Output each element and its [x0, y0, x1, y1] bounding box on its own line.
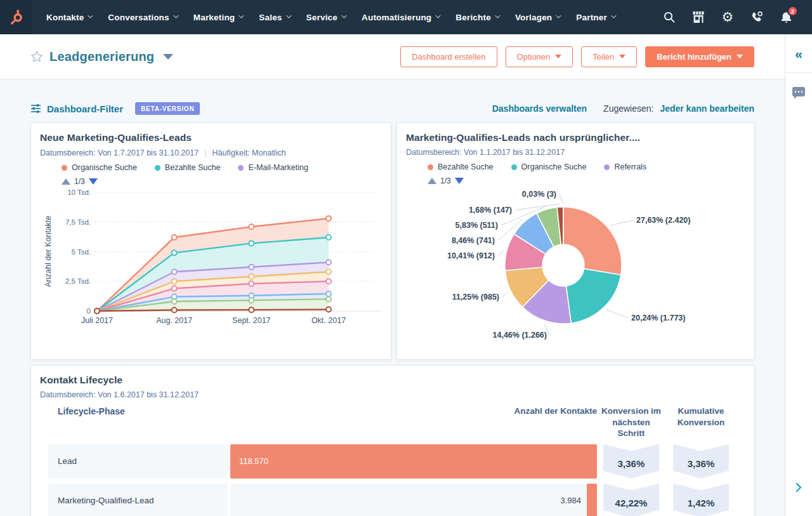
daterange-label: Datumsbereich: Von 1.1.2017 bis 31.12.20…: [406, 148, 565, 157]
cumulative-conversion-badge: 1,42%: [673, 484, 729, 516]
nav-item-automatisierung[interactable]: Automatisierung: [353, 0, 447, 34]
legend-label: E-Mail-Marketing: [248, 163, 308, 172]
subtitle-divider: |: [204, 148, 206, 157]
nav-item-label: Partner: [576, 13, 607, 22]
assigned-permission-link[interactable]: Jeder kann bearbeiten: [660, 103, 754, 114]
svg-text:27,63% (2.420): 27,63% (2.420): [636, 216, 690, 225]
svg-text:0,03% (3): 0,03% (3): [522, 190, 556, 199]
contacts-bar-zone: 3.984: [230, 484, 597, 516]
toolbar-links: Dashboards verwalten Zugewiesen: Jeder k…: [492, 103, 754, 114]
nav-utilities: ⚙ 2: [662, 10, 812, 24]
dashboard-switcher-caret-icon[interactable]: [163, 54, 173, 60]
daterange-label: Datumsbereich: Von 1.6.2017 bis 31.12.20…: [40, 390, 199, 399]
svg-text:Juli 2017: Juli 2017: [81, 316, 113, 325]
dashboard-toolbar: Dashboard-Filter BETA-VERSION Dashboards…: [30, 102, 754, 115]
pager-down-icon[interactable]: [89, 178, 98, 185]
settings-gear-icon[interactable]: ⚙: [721, 10, 735, 24]
dashboard-body: Dashboard-Filter BETA-VERSION Dashboards…: [0, 79, 785, 516]
contacts-count: 3.984: [560, 496, 581, 505]
report-subtitle: Datumsbereich: Von 1.1.2017 bis 31.12.20…: [406, 148, 745, 157]
legend-item-bezahlte-suche[interactable]: Bezahlte Suche: [428, 162, 494, 171]
assigned-label: Zugewiesen:: [603, 103, 653, 114]
nav-item-partner[interactable]: Partner: [568, 0, 623, 34]
svg-text:20,24% (1.773): 20,24% (1.773): [631, 314, 685, 322]
chevron-down-icon: [495, 13, 500, 18]
expand-next-control[interactable]: [785, 482, 812, 493]
nav-item-label: Sales: [259, 13, 282, 22]
hubspot-logo[interactable]: [0, 0, 32, 34]
chevron-down-icon: [556, 13, 561, 18]
header-actions: Dashboard erstellen Optionen Teilen Beri…: [400, 46, 754, 67]
pager-down-icon[interactable]: [455, 178, 464, 184]
nav-item-vorlagen[interactable]: Vorlagen: [507, 0, 568, 34]
nav-item-conversations[interactable]: Conversations: [100, 0, 185, 34]
manage-dashboards-link[interactable]: Dashboards verwalten: [492, 103, 587, 114]
nav-item-label: Kontakte: [46, 13, 84, 22]
svg-text:Anzahl der Kontakte: Anzahl der Kontakte: [44, 216, 53, 288]
legend-dot: [511, 164, 517, 170]
svg-text:8,46% (741): 8,46% (741): [452, 236, 495, 245]
notifications-bell-icon[interactable]: 2: [779, 10, 793, 24]
legend-label: Organische Suche: [521, 162, 587, 171]
svg-text:10,41% (912): 10,41% (912): [447, 251, 495, 260]
beta-version-badge: BETA-VERSION: [135, 102, 200, 115]
comments-icon[interactable]: [792, 87, 805, 96]
daterange-label: Datumsbereich: Von 1.7.2017 bis 31.10.20…: [40, 149, 199, 157]
chevron-down-icon: [737, 55, 743, 58]
dashboard-filter-control[interactable]: Dashboard-Filter BETA-VERSION: [30, 102, 200, 115]
nav-item-berichte[interactable]: Berichte: [447, 0, 507, 34]
legend-item-e-mail-marketing[interactable]: E-Mail-Marketing: [238, 163, 308, 172]
sprocket-icon: [8, 9, 25, 26]
search-icon[interactable]: [662, 10, 676, 24]
options-button[interactable]: Optionen: [506, 46, 573, 67]
assigned-status: Zugewiesen: Jeder kann bearbeiten: [603, 103, 754, 114]
report-card-mql-by-source: Marketing-Qualifies-Leads nach ursprüngl…: [396, 122, 755, 360]
nav-item-label: Service: [306, 13, 337, 22]
lifecycle-phase-label: Marketing-Qualified-Lead: [48, 484, 228, 516]
create-dashboard-button[interactable]: Dashboard erstellen: [400, 46, 497, 67]
nav-item-kontakte[interactable]: Kontakte: [38, 0, 100, 34]
nav-item-label: Berichte: [455, 13, 491, 22]
column-header: Anzahl der Kontakte: [230, 406, 597, 417]
nav-item-label: Marketing: [193, 13, 235, 22]
legend-item-organische-suche[interactable]: Organische Suche: [511, 162, 587, 171]
right-side-rail: «: [785, 34, 812, 516]
chevron-down-icon: [239, 13, 244, 18]
svg-text:2,5 Tsd.: 2,5 Tsd.: [65, 277, 91, 285]
svg-text:5 Tsd.: 5 Tsd.: [72, 248, 91, 256]
legend-label: Bezahlte Suche: [165, 163, 221, 172]
nav-item-label: Automatisierung: [362, 13, 431, 22]
share-button[interactable]: Teilen: [581, 46, 637, 67]
dashboard-header: Leadgenerierung Dashboard erstellen Opti…: [0, 34, 785, 79]
legend-dot: [604, 164, 610, 170]
legend-pager: 1/3: [428, 176, 745, 185]
report-cards-row: Neue Marketing-Qualifies-Leads Datumsber…: [30, 122, 755, 360]
legend-item-referrals[interactable]: Referrals: [604, 162, 646, 171]
contacts-bar-zone: 118.570: [230, 444, 597, 479]
frequency-label: Häufigkeit: Monatlich: [213, 149, 286, 157]
nav-item-service[interactable]: Service: [298, 0, 353, 34]
chevron-down-icon: [173, 13, 178, 18]
legend-dot: [155, 165, 160, 171]
legend-item-bezahlte-suche[interactable]: Bezahlte Suche: [155, 163, 221, 172]
pager-up-icon[interactable]: [428, 178, 436, 184]
pager-up-icon[interactable]: [62, 178, 70, 185]
calling-phone-icon[interactable]: [750, 10, 764, 24]
legend-pager: 1/3: [62, 177, 382, 186]
donut-chart: 27,63% (2.420)20,24% (1.773)14,46% (1.26…: [406, 187, 747, 350]
nav-item-sales[interactable]: Sales: [251, 0, 298, 34]
chevron-down-icon: [619, 55, 625, 58]
legend-item-organische-suche[interactable]: Organische Suche: [62, 163, 137, 172]
add-report-button[interactable]: Bericht hinzufügen: [645, 46, 754, 67]
legend-dot: [238, 165, 244, 171]
report-subtitle: Datumsbereich: Von 1.6.2017 bis 31.12.20…: [40, 390, 745, 399]
next-step-conversion-badge: 42,22%: [603, 484, 659, 516]
nav-item-marketing[interactable]: Marketing: [185, 0, 251, 34]
marketplace-icon[interactable]: [691, 10, 705, 24]
page-title: Leadgenerierung: [49, 50, 154, 64]
collapse-panel-control[interactable]: «: [785, 34, 812, 73]
chevron-right-icon: [795, 482, 802, 493]
lifecycle-phase-label: Lead: [48, 444, 228, 479]
chevron-down-icon: [286, 13, 291, 18]
favorite-star-icon[interactable]: [30, 50, 43, 63]
